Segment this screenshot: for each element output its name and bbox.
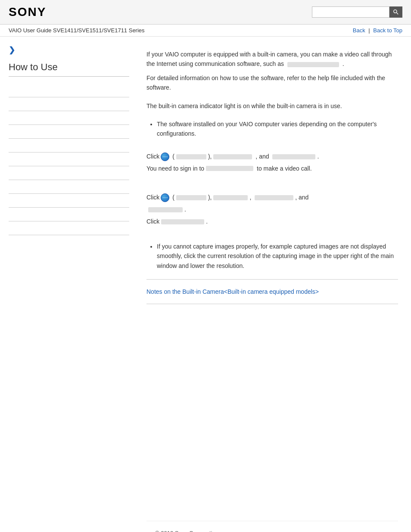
step2-click-label: Click	[146, 193, 159, 203]
redacted-step2-item1	[176, 195, 206, 200]
redacted-step2-item2	[213, 195, 248, 200]
redacted-software-name	[287, 62, 339, 67]
sidebar-arrow: ❯	[9, 45, 129, 55]
sidebar: ❯ How to Use	[0, 37, 138, 532]
intro-p2: For detailed information on how to use t…	[146, 73, 398, 93]
list-item	[9, 180, 129, 194]
separator: |	[368, 27, 370, 34]
list-item	[9, 194, 129, 208]
redacted-step1-item3	[272, 154, 315, 159]
list-item	[9, 84, 129, 97]
globe-icon-1	[161, 152, 169, 161]
divider-2	[146, 304, 398, 304]
step2-click-label2: Click	[146, 217, 159, 227]
notes-link[interactable]: Notes on the Built-in Camera<Built-in ca…	[146, 288, 319, 295]
bullet-list-1: The software installed on your VAIO comp…	[157, 119, 398, 139]
step1-row2: You need to sign in to to make a video c…	[146, 164, 398, 174]
redacted-step1-item1	[176, 154, 206, 159]
page-header: SONY	[0, 0, 411, 25]
nav-bar: VAIO User Guide SVE1411/SVE1511/SVE1711 …	[0, 25, 411, 37]
step1-signin-label: You need to sign in to	[146, 164, 204, 174]
search-button[interactable]	[389, 6, 402, 18]
redacted-step2-item4	[148, 207, 183, 212]
sidebar-items	[9, 84, 129, 235]
search-input[interactable]	[312, 6, 389, 18]
globe-icon-2	[161, 193, 169, 202]
main-container: ❯ How to Use If your VAIO computer	[0, 37, 411, 532]
list-item	[9, 152, 129, 166]
step2-row1b: .	[146, 205, 398, 215]
list-item	[9, 111, 129, 125]
indicator-text: The built-in camera indicator light is o…	[146, 101, 398, 111]
step2-row2: Click .	[146, 217, 398, 227]
list-item	[9, 221, 129, 235]
sidebar-title: How to Use	[9, 62, 129, 77]
redacted-step2-target	[161, 219, 204, 224]
content-area: If your VAIO computer is equipped with a…	[138, 37, 411, 532]
intro-p1: If your VAIO computer is equipped with a…	[146, 50, 398, 69]
step1-click-label: Click	[146, 152, 159, 162]
search-icon	[392, 9, 399, 16]
search-area	[312, 6, 402, 18]
list-item	[9, 208, 129, 221]
nav-links: Back | Back to Top	[353, 27, 402, 34]
back-link[interactable]: Back	[353, 27, 365, 34]
step1-block: Click ( ), , and . You need to sign in t…	[146, 147, 398, 180]
content-main: If your VAIO computer is equipped with a…	[146, 50, 398, 521]
note-bullet-item: If you cannot capture images properly, f…	[157, 242, 398, 271]
link-section: Notes on the Built-in Camera<Built-in ca…	[146, 288, 398, 295]
sony-logo: SONY	[9, 5, 46, 19]
bullet-list-2: If you cannot capture images properly, f…	[157, 242, 398, 271]
divider-1	[146, 279, 398, 280]
list-item	[9, 139, 129, 152]
intro-section: If your VAIO computer is equipped with a…	[146, 50, 398, 93]
redacted-step1-service	[206, 166, 253, 171]
backtop-link[interactable]: Back to Top	[373, 27, 402, 34]
step1-row1: Click ( ), , and .	[146, 152, 398, 162]
redacted-step2-item3	[255, 195, 293, 200]
content-wrapper: If your VAIO computer is equipped with a…	[146, 50, 398, 532]
step2-row1: Click ( ), , , and	[146, 193, 398, 203]
step2-block: Click ( ), , , and .	[146, 188, 398, 233]
breadcrumb: VAIO User Guide SVE1411/SVE1511/SVE1711 …	[9, 27, 145, 34]
copyright: © 2012 Sony Corporation	[146, 521, 398, 532]
list-item	[9, 166, 129, 180]
list-item	[9, 125, 129, 139]
bullet-item-1: The software installed on your VAIO comp…	[157, 119, 398, 139]
redacted-step1-item2	[213, 154, 252, 159]
list-item	[9, 97, 129, 111]
indicator-section: The built-in camera indicator light is o…	[146, 101, 398, 111]
